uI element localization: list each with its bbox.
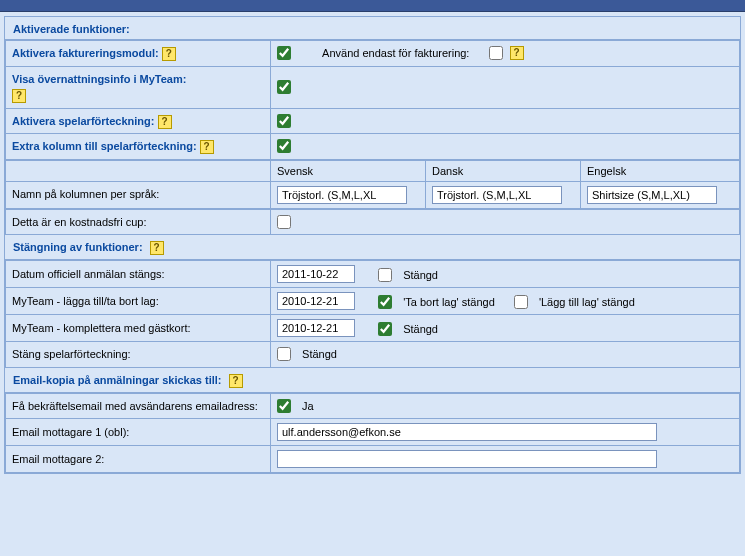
- section-activated-title: Aktiverade funktioner:: [13, 23, 130, 35]
- myteam-remove-closed-checkbox[interactable]: [378, 295, 392, 309]
- invoice-module-label: Aktivera faktureringsmodul:: [12, 47, 159, 59]
- playerlist-label-cell: Aktivera spelarförteckning: ?: [6, 108, 271, 134]
- colname-sv-cell: [271, 181, 426, 208]
- close-playerlist-closed-label: Stängd: [302, 348, 337, 360]
- section-emailcopy-header: Email-kopia på anmälningar skickas till:…: [5, 368, 740, 393]
- help-icon[interactable]: ?: [162, 47, 176, 61]
- recipient1-input[interactable]: [277, 423, 657, 441]
- official-reg-value-cell: Stängd: [271, 261, 740, 288]
- myteam-remove-closed-label: 'Ta bort lag' stängd: [403, 296, 495, 308]
- confirm-sender-value-cell: Ja: [271, 393, 740, 419]
- settings-panel: Aktiverade funktioner: Aktivera fakturer…: [4, 16, 741, 474]
- top-bar: [0, 0, 745, 12]
- close-playerlist-label: Stäng spelarförteckning:: [6, 342, 271, 368]
- recipient2-input[interactable]: [277, 450, 657, 468]
- freecup-checkbox[interactable]: [277, 215, 291, 229]
- lang-da-header: Dansk: [426, 160, 581, 181]
- colname-label: Namn på kolumnen per språk:: [6, 181, 271, 208]
- official-reg-date-input[interactable]: [277, 265, 355, 283]
- recipient2-value-cell: [271, 446, 740, 473]
- confirm-sender-yes-label: Ja: [302, 400, 314, 412]
- activated-table: Aktivera faktureringsmodul: ? Använd end…: [5, 40, 740, 160]
- help-icon[interactable]: ?: [158, 115, 172, 129]
- freecup-value-cell: [271, 209, 740, 235]
- official-reg-closed-label: Stängd: [403, 269, 438, 281]
- official-reg-label: Datum officiell anmälan stängs:: [6, 261, 271, 288]
- close-playerlist-value-cell: Stängd: [271, 342, 740, 368]
- colname-sv-input[interactable]: [277, 186, 407, 204]
- overnight-label: Visa övernattningsinfo i MyTeam:: [12, 73, 186, 85]
- recipient1-label: Email mottagare 1 (obl):: [6, 419, 271, 446]
- myteam-guest-date-input[interactable]: [277, 319, 355, 337]
- myteam-addremove-date-input[interactable]: [277, 292, 355, 310]
- lang-header-table: Svensk Dansk Engelsk Namn på kolumnen pe…: [5, 160, 740, 209]
- overnight-value-cell: [271, 66, 740, 108]
- help-icon[interactable]: ?: [12, 89, 26, 103]
- help-icon[interactable]: ?: [510, 46, 524, 60]
- section-activated-header: Aktiverade funktioner:: [5, 17, 740, 40]
- myteam-add-closed-label: 'Lägg till lag' stängd: [539, 296, 635, 308]
- emailcopy-table: Få bekräftelsemail med avsändarens email…: [5, 393, 740, 474]
- lang-empty-label: [6, 160, 271, 181]
- recipient2-label: Email mottagare 2:: [6, 446, 271, 473]
- colname-da-cell: [426, 181, 581, 208]
- only-invoice-checkbox[interactable]: [489, 46, 503, 60]
- invoice-module-label-cell: Aktivera faktureringsmodul: ?: [6, 41, 271, 67]
- extracol-checkbox[interactable]: [277, 139, 291, 153]
- myteam-addremove-label: MyTeam - lägga till/ta bort lag:: [6, 288, 271, 315]
- colname-en-input[interactable]: [587, 186, 717, 204]
- section-closing-header: Stängning av funktioner: ?: [5, 235, 740, 260]
- only-invoice-label: Använd endast för fakturering:: [322, 47, 469, 59]
- section-closing-title: Stängning av funktioner:: [13, 241, 143, 253]
- extracol-label: Extra kolumn till spelarförteckning:: [12, 140, 197, 152]
- colname-da-input[interactable]: [432, 186, 562, 204]
- invoice-module-value-cell: Använd endast för fakturering: ?: [271, 41, 740, 67]
- help-icon[interactable]: ?: [200, 140, 214, 154]
- confirm-sender-label: Få bekräftelsemail med avsändarens email…: [6, 393, 271, 419]
- help-icon[interactable]: ?: [150, 241, 164, 255]
- recipient1-value-cell: [271, 419, 740, 446]
- help-icon[interactable]: ?: [229, 374, 243, 388]
- freecup-label: Detta är en kostnadsfri cup:: [6, 209, 271, 235]
- closing-table: Datum officiell anmälan stängs: Stängd M…: [5, 260, 740, 368]
- official-reg-closed-checkbox[interactable]: [378, 268, 392, 282]
- lang-sv-header: Svensk: [271, 160, 426, 181]
- section-emailcopy-title: Email-kopia på anmälningar skickas till:: [13, 374, 221, 386]
- myteam-guest-closed-label: Stängd: [403, 323, 438, 335]
- extracol-label-cell: Extra kolumn till spelarförteckning: ?: [6, 134, 271, 160]
- extracol-value-cell: [271, 134, 740, 160]
- colname-en-cell: [581, 181, 740, 208]
- confirm-sender-checkbox[interactable]: [277, 399, 291, 413]
- invoice-module-checkbox[interactable]: [277, 46, 291, 60]
- myteam-addremove-value-cell: 'Ta bort lag' stängd 'Lägg till lag' stä…: [271, 288, 740, 315]
- overnight-checkbox[interactable]: [277, 80, 291, 94]
- myteam-guest-label: MyTeam - komplettera med gästkort:: [6, 315, 271, 342]
- playerlist-value-cell: [271, 108, 740, 134]
- close-playerlist-checkbox[interactable]: [277, 347, 291, 361]
- overnight-label-cell: Visa övernattningsinfo i MyTeam: ?: [6, 66, 271, 108]
- playerlist-label: Aktivera spelarförteckning:: [12, 115, 154, 127]
- playerlist-checkbox[interactable]: [277, 114, 291, 128]
- myteam-guest-value-cell: Stängd: [271, 315, 740, 342]
- freecup-table: Detta är en kostnadsfri cup:: [5, 209, 740, 236]
- lang-en-header: Engelsk: [581, 160, 740, 181]
- myteam-guest-closed-checkbox[interactable]: [378, 322, 392, 336]
- myteam-add-closed-checkbox[interactable]: [514, 295, 528, 309]
